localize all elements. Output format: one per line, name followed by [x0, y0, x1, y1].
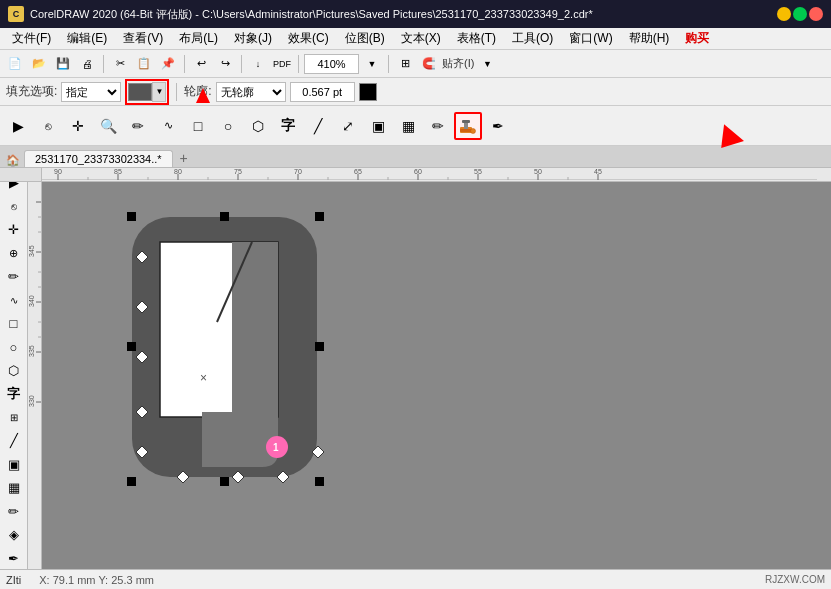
save-btn[interactable]: 💾	[52, 53, 74, 75]
open-btn[interactable]: 📂	[28, 53, 50, 75]
tab-bar: 🏠 2531170_23373302334..* +	[0, 146, 831, 168]
shadow-lbox-tool[interactable]: ▣	[2, 454, 26, 475]
crop-tool[interactable]: ✛	[2, 219, 26, 240]
text-tool[interactable]: 字	[274, 112, 302, 140]
rect-lbox-tool[interactable]: □	[2, 313, 26, 334]
cut-btn[interactable]: ✂	[109, 53, 131, 75]
polygon-tool[interactable]: ⬡	[244, 112, 272, 140]
status-info: X: 79.1 mm Y: 25.3 mm	[39, 574, 154, 586]
svg-text:50: 50	[534, 168, 542, 175]
svg-rect-56	[315, 212, 324, 221]
fill-color-dropdown[interactable]: ▼	[152, 82, 166, 102]
texture-tool[interactable]: ▦	[394, 112, 422, 140]
grid-btn[interactable]: ⊞	[394, 53, 416, 75]
snap-btn[interactable]: 🧲	[418, 53, 440, 75]
svg-text:65: 65	[354, 168, 362, 175]
connector-tool[interactable]: ⤢	[334, 112, 362, 140]
zoom-input[interactable]	[304, 54, 359, 74]
eyedropper-tool[interactable]: ✏	[424, 112, 452, 140]
freehand-tool[interactable]: ✏	[124, 112, 152, 140]
fill-color-swatch[interactable]	[128, 83, 152, 101]
close-btn[interactable]	[809, 7, 823, 21]
svg-text:335: 335	[28, 345, 35, 357]
zoom-dropdown[interactable]: ▼	[361, 53, 383, 75]
copy-btn[interactable]: 📋	[133, 53, 155, 75]
menu-object[interactable]: 对象(J)	[226, 28, 280, 49]
outline-type-select[interactable]: 无轮廓 细线	[216, 82, 286, 102]
left-ruler: 345 340 335 330	[28, 182, 42, 569]
title-bar: C CorelDRAW 2020 (64-Bit 评估版) - C:\Users…	[0, 0, 831, 28]
undo-btn[interactable]: ↩	[190, 53, 212, 75]
menu-tools[interactable]: 工具(O)	[504, 28, 561, 49]
table-tool[interactable]: ⊞	[2, 407, 26, 428]
design-container: × 1	[122, 212, 322, 472]
freehand-lbox-tool[interactable]: ✏	[2, 266, 26, 287]
svg-text:55: 55	[474, 168, 482, 175]
fill-lbox-tool[interactable]: ◈	[2, 524, 26, 545]
canvas-area[interactable]: × 1	[42, 182, 831, 569]
menu-buy[interactable]: 购买	[677, 28, 717, 49]
menu-edit[interactable]: 编辑(E)	[59, 28, 115, 49]
transparency-tool[interactable]: ▦	[2, 477, 26, 498]
polygon-lbox-tool[interactable]: ⬡	[2, 360, 26, 381]
svg-rect-2	[462, 120, 470, 123]
new-btn[interactable]: 📄	[4, 53, 26, 75]
interactive-fill-tool[interactable]: ✒	[2, 548, 26, 569]
redo-btn[interactable]: ↪	[214, 53, 236, 75]
menu-file[interactable]: 文件(F)	[4, 28, 59, 49]
menu-help[interactable]: 帮助(H)	[621, 28, 678, 49]
line-tool[interactable]: ╱	[304, 112, 332, 140]
svg-rect-61	[315, 477, 324, 486]
paste-btn[interactable]: 📌	[157, 53, 179, 75]
left-toolbox: ▶ ⎋ ✛ ⊕ ✏ ∿ □ ○ ⬡ 字 ⊞ ╱ ▣ ▦ ✏ ◈ ✒	[0, 168, 28, 569]
svg-text:85: 85	[114, 168, 122, 175]
active-tab[interactable]: 2531170_23373302334..*	[24, 150, 173, 167]
node-tool[interactable]: ⎋	[2, 195, 26, 216]
zoom-tool[interactable]: 🔍	[94, 112, 122, 140]
svg-rect-58	[315, 342, 324, 351]
text-lbox-tool[interactable]: 字	[2, 383, 26, 404]
shape-tool[interactable]: ⎋	[34, 112, 62, 140]
rect-tool[interactable]: □	[184, 112, 212, 140]
menu-window[interactable]: 窗口(W)	[561, 28, 620, 49]
print-btn[interactable]: 🖨	[76, 53, 98, 75]
paintbucket-tool[interactable]	[454, 112, 482, 140]
ellipse-lbox-tool[interactable]: ○	[2, 336, 26, 357]
left-ruler-svg: 345 340 335 330	[28, 182, 42, 569]
zoom-lbox-tool[interactable]: ⊕	[2, 242, 26, 263]
menu-layout[interactable]: 布局(L)	[171, 28, 226, 49]
main-toolbar: 📄 📂 💾 🖨 ✂ 📋 📌 ↩ ↪ ↓ PDF ▼ ⊞ 🧲 贴齐(I) ▼	[0, 50, 831, 78]
svg-rect-54	[127, 212, 136, 221]
curve-tool[interactable]: ∿	[154, 112, 182, 140]
menu-table[interactable]: 表格(T)	[449, 28, 504, 49]
add-tab-btn[interactable]: +	[175, 149, 193, 167]
fill-toolbar: 填充选项: 指定 无填充 均匀填充 ▼ 轮廓: 无轮廓 细线	[0, 78, 831, 106]
svg-text:345: 345	[28, 245, 35, 257]
eyedropper-lbox-tool[interactable]: ✏	[2, 501, 26, 522]
top-ruler-svg: 90 85 80 75 70 65 60 55 50 45	[28, 168, 817, 180]
window-controls	[777, 7, 823, 21]
menu-text[interactable]: 文本(X)	[393, 28, 449, 49]
ellipse-tool[interactable]: ○	[214, 112, 242, 140]
pen-tool[interactable]: ✒	[484, 112, 512, 140]
export-btn[interactable]: PDF	[271, 53, 293, 75]
menu-effects[interactable]: 效果(C)	[280, 28, 337, 49]
minimize-btn[interactable]	[777, 7, 791, 21]
outline-color-swatch[interactable]	[359, 83, 377, 101]
transform-tool[interactable]: ✛	[64, 112, 92, 140]
maximize-btn[interactable]	[793, 7, 807, 21]
paintbucket-icon	[459, 117, 477, 135]
shadow-tool[interactable]: ▣	[364, 112, 392, 140]
outline-width-input[interactable]	[290, 82, 355, 102]
parallel-dim-tool[interactable]: ╱	[2, 430, 26, 451]
menu-view[interactable]: 查看(V)	[115, 28, 171, 49]
status-coord: ZIti	[6, 574, 21, 586]
sep-fill	[176, 83, 177, 101]
menu-bitmap[interactable]: 位图(B)	[337, 28, 393, 49]
import-btn[interactable]: ↓	[247, 53, 269, 75]
fill-type-select[interactable]: 指定 无填充 均匀填充	[61, 82, 121, 102]
smart-draw-tool[interactable]: ∿	[2, 289, 26, 310]
select-tool[interactable]: ▶	[4, 112, 32, 140]
app-icon: C	[8, 6, 24, 22]
snap-dropdown[interactable]: ▼	[476, 53, 498, 75]
